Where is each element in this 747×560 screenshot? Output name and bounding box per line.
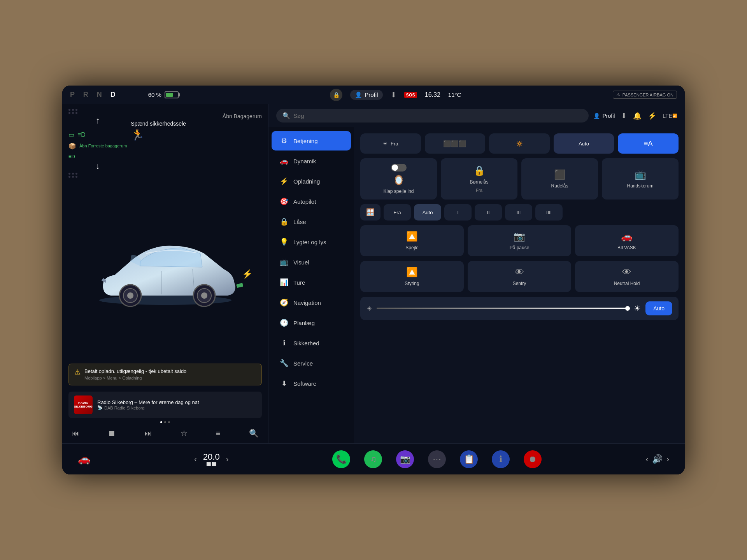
taskbar-calendar-btn[interactable]: 📋 bbox=[460, 450, 478, 468]
bilvask-tile[interactable]: 🚗 BILVASK bbox=[575, 225, 679, 256]
volume-prev-btn[interactable]: ‹ bbox=[646, 455, 649, 464]
sidebar-item-opladning[interactable]: ⚡ Opladning bbox=[272, 172, 351, 191]
wiper-speed4-btn[interactable]: IIII bbox=[535, 204, 563, 220]
header-bell-icon: 🔔 bbox=[633, 112, 642, 120]
stop-btn[interactable]: ⏹ bbox=[105, 427, 119, 439]
sidebar-item-ture[interactable]: 📊 Ture bbox=[272, 273, 351, 292]
forreste-bagagerum-btn[interactable]: 📦 Åbn Forreste bagagerum bbox=[68, 142, 127, 150]
seatbelt-msg: Spænd sikkerhedssele bbox=[131, 109, 223, 127]
profile-button[interactable]: 👤 Profil bbox=[350, 90, 382, 100]
battery-icon bbox=[165, 91, 179, 98]
temp-value: 20.0 bbox=[203, 452, 220, 462]
lights-auto-icon-btn[interactable]: ≡A bbox=[618, 133, 679, 154]
sidebar-item-software[interactable]: ⬇ Software bbox=[272, 374, 351, 393]
sidebar-item-visuel[interactable]: 📺 Visuel bbox=[272, 252, 351, 272]
neutral-icon: 👁 bbox=[622, 267, 631, 278]
wiper-speed2-btn[interactable]: II bbox=[475, 204, 502, 220]
sidebar-item-navigation[interactable]: 🧭 Navigation bbox=[272, 293, 351, 312]
lights-drl-btn[interactable]: ⬛⬛⬛ bbox=[425, 133, 486, 154]
header-icons: 👤 Profil ⬇ 🔔 ⚡ LTE📶 bbox=[593, 112, 677, 120]
lights-off-btn[interactable]: ☀ Fra bbox=[360, 133, 421, 154]
sos-badge: SOS bbox=[404, 92, 417, 98]
boernlaas-tile[interactable]: 🔒 Børnelås Fra bbox=[441, 158, 517, 200]
main-content: ↑ ▭ ≡D 📦 Åbn Forreste bagagerum bbox=[62, 104, 685, 443]
lock-icon: 🔒 bbox=[330, 89, 342, 101]
taskbar-record-btn[interactable]: ⏺ bbox=[524, 450, 542, 468]
autopilot-icon: 🎯 bbox=[279, 197, 289, 206]
sidebar-item-laase[interactable]: 🔒 Låse bbox=[272, 212, 351, 231]
svg-point-3 bbox=[127, 292, 133, 299]
wiper-speed1-btn[interactable]: I bbox=[444, 204, 472, 220]
rudelaas-tile[interactable]: ⬛ Rudelås bbox=[521, 158, 598, 200]
lights-auto-btn[interactable]: Auto bbox=[554, 133, 614, 154]
nav-sidebar: ⚙ Betjening 🚗 Dynamik ⚡ Opladning 🎯 bbox=[268, 127, 354, 443]
clock: 16.32 bbox=[425, 91, 440, 98]
radio-title: Radio Silkeborg – Mere for ørerne dag og… bbox=[97, 399, 256, 405]
opladning-icon: ⚡ bbox=[279, 177, 289, 186]
screen-inner: P R N D 60 % 🔒 👤 Profil ⬇ SOS 16.3 bbox=[62, 86, 685, 474]
temp-decrease-btn[interactable]: ‹ bbox=[194, 455, 197, 464]
taskbar-phone-btn[interactable]: 📞 bbox=[332, 450, 350, 468]
taskbar-dots-btn[interactable]: ⋯ bbox=[428, 450, 446, 468]
brightness-slider[interactable] bbox=[377, 308, 629, 309]
sentry-tile[interactable]: 👁 Sentry bbox=[468, 261, 571, 292]
car-image-area: ⚡ bbox=[62, 178, 268, 360]
wiper-auto-btn[interactable]: Auto bbox=[414, 204, 441, 220]
radio-logo: RADIO SILKEBORG bbox=[74, 396, 93, 414]
battery-percent: 60 % bbox=[148, 91, 161, 98]
brightness-high-icon: ☀ bbox=[634, 304, 641, 313]
sidebar-item-autopilot[interactable]: 🎯 Autopilot bbox=[272, 192, 351, 211]
volume-icon[interactable]: 🔊 bbox=[652, 454, 663, 464]
sidebar-item-dynamik[interactable]: 🚗 Dynamik bbox=[272, 151, 351, 171]
spejle-toggle[interactable] bbox=[391, 164, 407, 172]
wiper-speed3-btn[interactable]: III bbox=[505, 204, 532, 220]
search-media-btn[interactable]: 🔍 bbox=[246, 427, 262, 439]
dynamik-icon: 🚗 bbox=[279, 157, 289, 165]
search-box[interactable]: 🔍 bbox=[276, 109, 589, 122]
header-profile[interactable]: 👤 Profil bbox=[593, 113, 615, 119]
ture-icon: 📊 bbox=[279, 278, 289, 287]
sidebar-item-betjening[interactable]: ⚙ Betjening bbox=[272, 131, 351, 150]
car-svg bbox=[84, 222, 247, 316]
eq-btn[interactable]: ≡ bbox=[213, 427, 224, 439]
sidebar-item-planlaeg[interactable]: 🕐 Planlæg bbox=[272, 313, 351, 332]
dots-icon: ⋯ bbox=[428, 450, 446, 468]
rudelaas-icon: ⬛ bbox=[554, 169, 566, 180]
styring-tile[interactable]: 🔼 Styring bbox=[360, 261, 464, 292]
wiper-icon: 🪟 bbox=[360, 204, 381, 220]
lights-low-btn[interactable]: 🔆 bbox=[489, 133, 550, 154]
light-controls-row: ☀ Fra ⬛⬛⬛ 🔆 Auto bbox=[360, 133, 679, 154]
open-trunk-btn[interactable]: Åbn Bagagerum bbox=[223, 109, 262, 121]
handskerum-tile[interactable]: 📺 Handskerum bbox=[602, 158, 679, 200]
spejle-bilvask-grid: 🔼 Spejle 📷 På pause 🚗 BILVASK bbox=[360, 225, 679, 256]
volume-next-btn[interactable]: › bbox=[666, 455, 669, 464]
favorite-btn[interactable]: ☆ bbox=[177, 427, 191, 439]
search-input[interactable] bbox=[293, 112, 582, 119]
prev-track-btn[interactable]: ⏮ bbox=[68, 427, 82, 439]
mirror-locks-grid: 🪞 Klap spejle ind 🔒 Børnelås Fra ⬛ Rudel… bbox=[360, 158, 679, 200]
klap-spejle-tile[interactable]: 🪞 Klap spejle ind bbox=[360, 158, 437, 200]
sidebar-item-lygter[interactable]: 💡 Lygter og lys bbox=[272, 232, 351, 252]
brightness-low-icon: ☀ bbox=[366, 305, 372, 312]
spejle-adjust-tile[interactable]: 🔼 Spejle bbox=[360, 225, 464, 256]
drl-icon: ⬛⬛⬛ bbox=[443, 140, 466, 147]
taskbar-spotify-btn[interactable]: ♫ bbox=[364, 450, 382, 468]
brightness-auto-btn[interactable]: Auto bbox=[645, 301, 672, 315]
taskbar-info-btn[interactable]: ℹ bbox=[492, 450, 510, 468]
download-icon: ⬇ bbox=[391, 91, 396, 99]
pause-tile[interactable]: 📷 På pause bbox=[468, 225, 571, 256]
temp-increase-btn[interactable]: › bbox=[226, 455, 229, 464]
sidebar-item-sikkerhed[interactable]: ℹ Sikkerhed bbox=[272, 333, 351, 353]
neutral-hold-tile[interactable]: 👁 Neutral Hold bbox=[575, 261, 679, 292]
taskbar-camera-btn[interactable]: 📷 bbox=[396, 450, 414, 468]
next-track-btn[interactable]: ⏭ bbox=[141, 427, 155, 439]
sidebar-item-service[interactable]: 🔧 Service bbox=[272, 354, 351, 373]
gear-dot-area: ↑ ▭ ≡D 📦 Åbn Forreste bagagerum bbox=[68, 109, 127, 178]
alert-box: ⚠ Betalt opladn. utilgængelig - tjek ube… bbox=[68, 364, 262, 385]
left-top-info: ↑ ▭ ≡D 📦 Åbn Forreste bagagerum bbox=[62, 104, 268, 178]
wiper-off-btn[interactable]: Fra bbox=[384, 204, 411, 220]
radio-box[interactable]: RADIO SILKEBORG Radio Silkeborg – Mere f… bbox=[68, 392, 262, 418]
taskbar-car-icon[interactable]: 🚗 bbox=[78, 453, 90, 465]
svg-point-6 bbox=[201, 292, 207, 299]
lights-off-icon: ☀ bbox=[383, 141, 388, 147]
